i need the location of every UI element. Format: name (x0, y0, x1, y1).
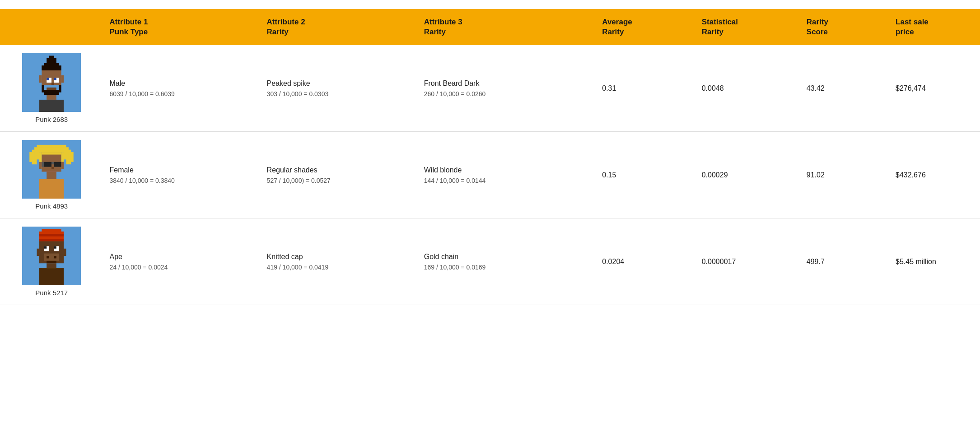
svg-rect-27 (69, 152, 74, 162)
svg-rect-15 (59, 85, 61, 93)
svg-rect-48 (39, 239, 64, 241)
svg-rect-10 (54, 78, 56, 80)
attr1-cell-1: Female 3840 / 10,000 = 0.3840 (99, 132, 257, 218)
rarity-table: Attribute 1 Punk Type Attribute 2 Rarity… (0, 9, 980, 305)
punk-cell-2: Punk 5217 (0, 218, 99, 305)
attr2-sub-2: 419 / 10,000 = 0.0419 (267, 264, 404, 271)
table-row: Punk 4893 Female 3840 / 10,000 = 0.3840 … (0, 132, 980, 218)
attr3-name-0: Front Beard Dark (424, 79, 583, 88)
rarity-score-cell-0: 43.42 (797, 45, 886, 132)
svg-rect-47 (39, 234, 64, 236)
col-sale: Last sale price (886, 9, 980, 45)
attr1-sub-2: 24 / 10,000 = 0.0024 (109, 264, 247, 271)
punk-cell-0: Punk 2683 (0, 45, 99, 132)
stat-rarity-cell-0: 0.0048 (692, 45, 797, 132)
svg-rect-43 (61, 162, 64, 169)
svg-rect-64 (64, 249, 66, 256)
rarity-score-cell-2: 499.7 (797, 218, 886, 305)
svg-rect-52 (44, 246, 47, 249)
attr1-cell-0: Male 6039 / 10,000 = 0.6039 (99, 45, 257, 132)
svg-rect-56 (54, 256, 56, 258)
attr3-name-1: Wild blonde (424, 166, 583, 174)
attr1-name-0: Male (109, 79, 247, 88)
svg-rect-54 (54, 246, 56, 249)
svg-rect-33 (44, 162, 51, 167)
stat-rarity-cell-2: 0.0000017 (692, 218, 797, 305)
svg-rect-13 (44, 90, 59, 95)
svg-rect-17 (39, 100, 64, 112)
svg-rect-57 (47, 261, 56, 263)
svg-rect-18 (39, 75, 42, 83)
stat-rarity-cell-1: 0.00029 (692, 132, 797, 218)
last-sale-cell-0: $276,474 (886, 45, 980, 132)
col-attr3: Attribute 3 Rarity (414, 9, 593, 45)
last-sale-cell-1: $432,676 (886, 132, 980, 218)
header-row: Attribute 1 Punk Type Attribute 2 Rarity… (0, 9, 980, 45)
col-score: Rarity Score (797, 9, 886, 45)
svg-rect-55 (47, 256, 49, 258)
svg-rect-40 (47, 172, 56, 179)
svg-rect-46 (42, 229, 61, 234)
col-punk (0, 9, 99, 45)
attr1-name-1: Female (109, 166, 247, 174)
svg-rect-58 (47, 263, 56, 268)
rarity-score-cell-1: 91.02 (797, 132, 886, 218)
svg-rect-35 (54, 162, 61, 167)
svg-rect-38 (51, 167, 54, 169)
attr3-sub-0: 260 / 10,000 = 0.0260 (424, 90, 583, 97)
attr3-cell-0: Front Beard Dark 260 / 10,000 = 0.0260 (414, 45, 593, 132)
punk-label-0: Punk 2683 (8, 116, 95, 123)
svg-rect-42 (39, 162, 42, 169)
punk-label-2: Punk 5217 (8, 289, 95, 297)
svg-rect-41 (39, 179, 64, 199)
avg-rarity-cell-2: 0.0204 (592, 218, 691, 305)
svg-rect-26 (29, 152, 34, 162)
attr1-cell-2: Ape 24 / 10,000 = 0.0024 (99, 218, 257, 305)
svg-rect-28 (39, 147, 64, 152)
attr2-sub-1: 527 / 10,000) = 0.0527 (267, 177, 404, 184)
last-sale-cell-2: $5.45 million (886, 218, 980, 305)
table-row: Punk 5217 Ape 24 / 10,000 = 0.0024 Knitt… (0, 218, 980, 305)
main-container: Attribute 1 Punk Type Attribute 2 Rarity… (0, 0, 980, 314)
svg-rect-34 (51, 162, 54, 164)
attr3-cell-1: Wild blonde 144 / 10,000 = 0.0144 (414, 132, 593, 218)
punk-image-1 (22, 140, 81, 199)
attr3-cell-2: Gold chain 169 / 10,000 = 0.0169 (414, 218, 593, 305)
attr3-sub-2: 169 / 10,000 = 0.0169 (424, 264, 583, 271)
svg-rect-32 (42, 152, 61, 154)
svg-rect-6 (44, 63, 59, 68)
avg-rarity-cell-1: 0.15 (592, 132, 691, 218)
col-attr2: Attribute 2 Rarity (257, 9, 414, 45)
attr1-sub-1: 3840 / 10,000 = 0.3840 (109, 177, 247, 184)
svg-rect-11 (51, 83, 54, 85)
attr3-name-2: Gold chain (424, 253, 583, 261)
svg-rect-50 (44, 254, 59, 261)
col-avg: Average Rarity (592, 9, 691, 45)
attr2-name-1: Regular shades (267, 166, 404, 174)
svg-rect-12 (47, 88, 56, 90)
svg-rect-8 (47, 78, 49, 80)
svg-rect-3 (54, 58, 56, 63)
attr3-sub-1: 144 / 10,000 = 0.0144 (424, 177, 583, 184)
punk-cell-1: Punk 4893 (0, 132, 99, 218)
svg-rect-19 (61, 75, 64, 83)
attr2-cell-2: Knitted cap 419 / 10,000 = 0.0419 (257, 218, 414, 305)
attr2-sub-0: 303 / 10,000 = 0.0303 (267, 90, 404, 97)
attr2-cell-1: Regular shades 527 / 10,000) = 0.0527 (257, 132, 414, 218)
svg-rect-62 (39, 268, 64, 285)
col-stat: Statistical Rarity (692, 9, 797, 45)
attr2-cell-0: Peaked spike 303 / 10,000 = 0.0303 (257, 45, 414, 132)
svg-rect-63 (37, 249, 39, 256)
punk-image-0 (22, 53, 81, 112)
svg-rect-14 (42, 85, 44, 93)
table-row: Punk 2683 Male 6039 / 10,000 = 0.6039 Pe… (0, 45, 980, 132)
attr2-name-0: Peaked spike (267, 79, 404, 88)
punk-image-2 (22, 227, 81, 285)
attr2-name-2: Knitted cap (267, 253, 404, 261)
attr1-sub-0: 6039 / 10,000 = 0.6039 (109, 90, 247, 97)
svg-rect-36 (42, 162, 44, 167)
col-attr1: Attribute 1 Punk Type (99, 9, 257, 45)
svg-rect-16 (47, 95, 56, 100)
punk-label-1: Punk 4893 (8, 202, 95, 210)
avg-rarity-cell-0: 0.31 (592, 45, 691, 132)
